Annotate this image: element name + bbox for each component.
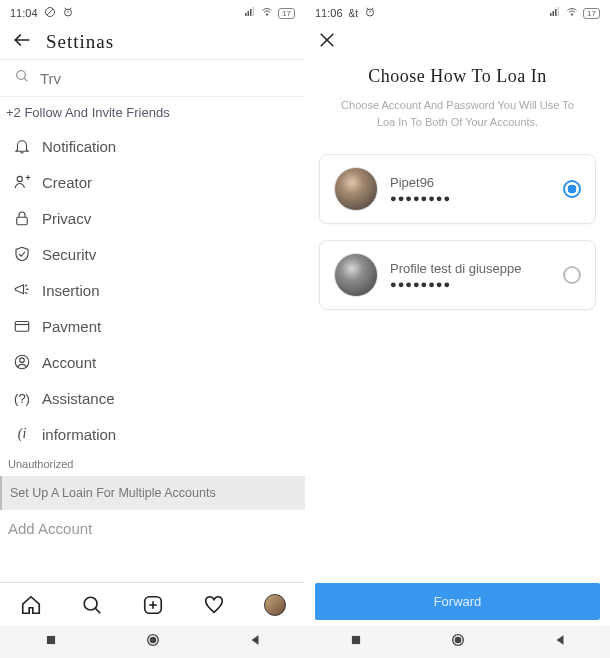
search-icon	[14, 68, 30, 88]
sys-home[interactable]	[145, 632, 161, 652]
svg-rect-39	[553, 11, 555, 16]
battery-icon: 17	[583, 8, 600, 19]
card-icon	[12, 316, 32, 336]
svg-rect-40	[555, 9, 557, 16]
heart-icon[interactable]	[203, 594, 225, 616]
battery-icon: 17	[278, 8, 295, 19]
settings-item-insertion[interactable]: Insertion	[0, 272, 305, 308]
account-name: Pipet96	[390, 175, 551, 190]
right-screen: 11:06 &t 17 Choose How To Loa In Choose …	[305, 0, 610, 658]
search-input[interactable]	[40, 70, 291, 87]
alarm-icon	[62, 6, 74, 20]
sys-recents[interactable]	[44, 633, 58, 651]
svg-point-12	[17, 71, 26, 80]
settings-item-notification[interactable]: Notification	[0, 128, 305, 164]
svg-point-25	[20, 358, 25, 363]
settings-item-information[interactable]: (i information	[0, 416, 305, 452]
forward-button[interactable]: Forward	[315, 583, 600, 620]
svg-rect-8	[250, 9, 252, 16]
back-icon[interactable]	[12, 30, 32, 54]
page-title: Settinas	[46, 31, 114, 53]
radio-selected[interactable]	[563, 180, 581, 198]
svg-rect-45	[351, 636, 359, 644]
choose-subtitle: Choose Account And Password You Will Use…	[323, 97, 592, 130]
bottom-nav	[0, 582, 305, 626]
radio-unselected[interactable]	[563, 266, 581, 284]
choose-title: Choose How To Loa In	[305, 66, 610, 87]
svg-line-27	[95, 608, 100, 613]
svg-line-13	[24, 78, 27, 81]
lock-icon	[12, 208, 32, 228]
svg-point-10	[266, 14, 268, 16]
invite-friends-link[interactable]: +2 Follow And Invite Friends	[0, 97, 305, 128]
alarm-icon	[364, 6, 376, 20]
svg-point-42	[571, 14, 573, 16]
profile-avatar[interactable]	[264, 594, 286, 616]
svg-line-36	[366, 8, 368, 9]
svg-rect-22	[15, 322, 29, 332]
left-screen: 11:04 17 Settinas +2 Fol	[0, 0, 305, 658]
wifi-icon	[260, 6, 274, 20]
wifi-icon	[565, 6, 579, 20]
svg-line-1	[47, 9, 53, 15]
svg-point-33	[150, 637, 155, 642]
home-icon[interactable]	[20, 594, 42, 616]
bluetooth-icon: &t	[349, 8, 358, 19]
signal-icon	[244, 6, 256, 20]
svg-point-26	[84, 597, 97, 610]
sys-recents[interactable]	[349, 633, 363, 651]
account-icon	[12, 352, 32, 372]
settings-label: Creator	[42, 174, 92, 191]
status-bar: 11:04 17	[0, 0, 305, 24]
signal-icon	[549, 6, 561, 20]
settings-item-privacy[interactable]: Privacv	[0, 200, 305, 236]
settings-label: Privacv	[42, 210, 91, 227]
settings-item-creator[interactable]: Creator	[0, 164, 305, 200]
svg-point-47	[455, 637, 460, 642]
account-password-mask: ●●●●●●●●	[390, 278, 551, 290]
svg-rect-6	[245, 13, 247, 16]
megaphone-icon	[12, 280, 32, 300]
settings-label: Securitv	[42, 246, 96, 263]
svg-line-4	[64, 8, 66, 9]
settings-item-account[interactable]: Account	[0, 344, 305, 380]
search-nav-icon[interactable]	[81, 594, 103, 616]
settings-label: Account	[42, 354, 96, 371]
system-nav	[0, 626, 305, 658]
avatar	[334, 167, 378, 211]
add-account[interactable]: Add Account	[0, 510, 305, 547]
multi-account-login[interactable]: Set Up A Loain For Multiple Accounts	[0, 476, 305, 510]
close-icon[interactable]	[317, 30, 337, 54]
status-time: 11:06	[315, 7, 343, 19]
account-option-1[interactable]: Pipet96 ●●●●●●●●	[319, 154, 596, 224]
settings-label: Assistance	[42, 390, 115, 407]
header: Settinas	[0, 24, 305, 60]
svg-line-21	[25, 292, 27, 294]
svg-rect-38	[550, 13, 552, 16]
account-password-mask: ●●●●●●●●	[390, 192, 551, 204]
creator-icon	[12, 172, 32, 192]
sys-home[interactable]	[450, 632, 466, 652]
svg-line-19	[25, 285, 27, 287]
settings-label: Notification	[42, 138, 116, 155]
sys-back[interactable]	[553, 633, 567, 651]
help-icon: (?)	[12, 388, 32, 408]
search-row[interactable]	[0, 60, 305, 97]
info-icon: (i	[12, 424, 32, 444]
account-name: Profile test di giuseppe	[390, 261, 551, 276]
svg-point-15	[17, 176, 22, 181]
settings-item-payment[interactable]: Pavment	[0, 308, 305, 344]
settings-item-security[interactable]: Securitv	[0, 236, 305, 272]
status-time: 11:04	[10, 7, 38, 19]
account-option-2[interactable]: Profile test di giuseppe ●●●●●●●●	[319, 240, 596, 310]
settings-item-assistance[interactable]: (?) Assistance	[0, 380, 305, 416]
svg-rect-9	[253, 7, 255, 16]
status-bar: 11:06 &t 17	[305, 0, 610, 24]
svg-rect-31	[46, 636, 54, 644]
add-post-icon[interactable]	[142, 594, 164, 616]
sys-back[interactable]	[248, 633, 262, 651]
svg-line-37	[372, 8, 374, 9]
svg-rect-41	[558, 7, 560, 16]
settings-label: Pavment	[42, 318, 101, 335]
settings-list: Notification Creator Privacv Securitv In…	[0, 128, 305, 582]
